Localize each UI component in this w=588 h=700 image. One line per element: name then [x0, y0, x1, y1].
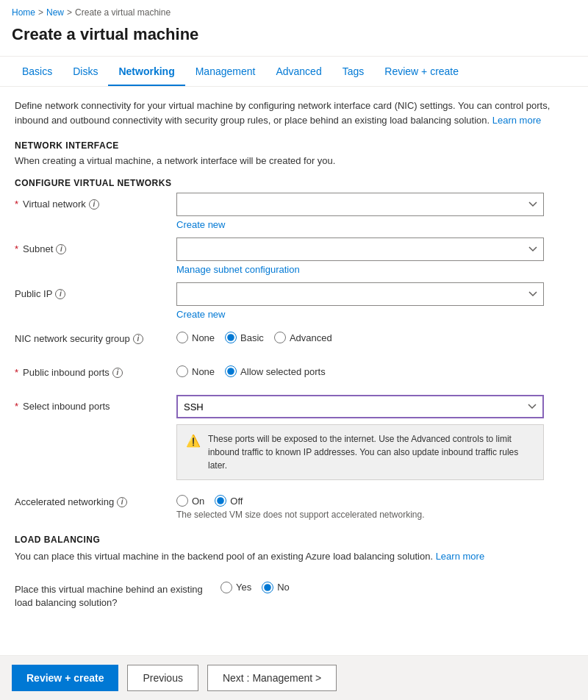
- next-button[interactable]: Next : Management >: [207, 665, 337, 691]
- select-inbound-ports-label: * Select inbound ports: [15, 395, 176, 412]
- public-inbound-allow-option[interactable]: Allow selected ports: [225, 365, 326, 377]
- virtual-network-dropdown[interactable]: [176, 193, 544, 216]
- accelerated-networking-row: Accelerated networking i On Off The sele…: [15, 490, 573, 520]
- public-inbound-ports-row: * Public inbound ports i None Allow sele…: [15, 361, 573, 388]
- accelerated-networking-radio-group: On Off: [176, 490, 425, 507]
- public-inbound-allow-label: Allow selected ports: [240, 366, 326, 377]
- place-behind-yes-label: Yes: [236, 582, 251, 593]
- nic-nsg-label: NIC network security group i: [15, 327, 176, 344]
- accelerated-on-radio[interactable]: [176, 495, 188, 507]
- public-inbound-required: *: [15, 367, 18, 378]
- tab-management[interactable]: Management: [185, 57, 266, 86]
- network-interface-desc: When creating a virtual machine, a netwo…: [15, 155, 573, 166]
- subnet-label: * Subnet i: [15, 238, 176, 254]
- tabs-row: Basics Disks Networking Management Advan…: [0, 57, 588, 87]
- inbound-warning-box: ⚠️ These ports will be exposed to the in…: [176, 424, 544, 480]
- accelerated-off-label: Off: [230, 496, 243, 507]
- nic-nsg-advanced-label: Advanced: [290, 332, 332, 343]
- virtual-network-create-link[interactable]: Create new: [176, 219, 573, 230]
- place-behind-no-label: No: [277, 582, 290, 593]
- breadcrumb-sep1: >: [38, 7, 43, 18]
- select-inbound-ports-dropdown[interactable]: SSH HTTP HTTPS RDP: [176, 395, 544, 418]
- public-inbound-ports-label: * Public inbound ports i: [15, 361, 176, 378]
- load-balancing-header: LOAD BALANCING: [15, 535, 573, 545]
- review-create-button[interactable]: Review + create: [12, 665, 118, 691]
- breadcrumb: Home > New > Create a virtual machine: [0, 0, 588, 22]
- virtual-network-row: * Virtual network i Create new: [15, 193, 573, 230]
- nic-nsg-none-option[interactable]: None: [176, 332, 215, 343]
- place-behind-lb-control: Yes No: [220, 577, 573, 593]
- breadcrumb-sep2: >: [67, 7, 72, 18]
- public-inbound-none-option[interactable]: None: [176, 365, 215, 377]
- virtual-network-control: Create new: [176, 193, 573, 230]
- nic-nsg-control: None Basic Advanced: [176, 327, 573, 343]
- accelerated-networking-controls: On Off The selected VM size does not sup…: [176, 490, 425, 520]
- nic-nsg-basic-label: Basic: [240, 332, 264, 343]
- accelerated-off-option[interactable]: Off: [215, 495, 243, 507]
- tab-networking[interactable]: Networking: [108, 57, 184, 86]
- place-behind-lb-label: Place this virtual machine behind an exi…: [15, 577, 220, 610]
- nic-nsg-none-label: None: [192, 332, 215, 343]
- public-inbound-allow-radio[interactable]: [225, 365, 237, 377]
- load-balancing-learn-more-link[interactable]: Learn more: [436, 551, 484, 562]
- subnet-dropdown[interactable]: [176, 238, 544, 261]
- accelerated-off-radio[interactable]: [215, 495, 226, 507]
- tab-disks[interactable]: Disks: [62, 57, 108, 86]
- previous-button[interactable]: Previous: [127, 665, 198, 691]
- accelerated-note: The selected VM size does not support ac…: [176, 507, 425, 520]
- nic-nsg-advanced-option[interactable]: Advanced: [274, 332, 332, 343]
- footer-bar: Review + create Previous Next : Manageme…: [0, 655, 588, 700]
- place-behind-no-option[interactable]: No: [262, 582, 290, 593]
- tab-tags[interactable]: Tags: [332, 57, 375, 86]
- public-ip-label: Public IP i: [15, 282, 176, 299]
- nic-nsg-advanced-radio[interactable]: [274, 332, 286, 343]
- network-interface-header: NETWORK INTERFACE: [15, 140, 573, 151]
- select-inbound-ports-row: * Select inbound ports SSH HTTP HTTPS RD…: [15, 395, 573, 480]
- breadcrumb-new[interactable]: New: [46, 7, 64, 18]
- nic-nsg-radio-group: None Basic Advanced: [176, 327, 573, 343]
- tab-basics[interactable]: Basics: [12, 57, 62, 86]
- subnet-info-icon[interactable]: i: [56, 244, 66, 254]
- breadcrumb-home[interactable]: Home: [12, 7, 35, 18]
- nic-nsg-info-icon[interactable]: i: [133, 334, 143, 344]
- accelerated-on-option[interactable]: On: [176, 495, 204, 507]
- public-ip-dropdown[interactable]: [176, 282, 544, 306]
- place-behind-yes-radio[interactable]: [220, 582, 232, 593]
- public-inbound-radio-group: None Allow selected ports: [176, 361, 573, 377]
- place-behind-no-radio[interactable]: [262, 582, 273, 593]
- public-inbound-none-label: None: [192, 366, 215, 377]
- page-title: Create a virtual machine: [0, 22, 588, 56]
- configure-vn-header: CONFIGURE VIRTUAL NETWORKS: [15, 178, 573, 188]
- nic-nsg-row: NIC network security group i None Basic: [15, 327, 573, 354]
- warning-icon: ⚠️: [186, 432, 201, 450]
- public-ip-info-icon[interactable]: i: [55, 289, 65, 299]
- accelerated-networking-info-icon[interactable]: i: [117, 497, 127, 507]
- nic-nsg-none-radio[interactable]: [176, 332, 188, 343]
- place-behind-lb-row: Place this virtual machine behind an exi…: [15, 577, 573, 610]
- place-behind-yes-option[interactable]: Yes: [220, 582, 251, 593]
- learn-more-networking-link[interactable]: Learn more: [492, 115, 541, 126]
- public-ip-create-link[interactable]: Create new: [176, 309, 573, 320]
- public-inbound-control: None Allow selected ports: [176, 361, 573, 377]
- nic-nsg-basic-option[interactable]: Basic: [225, 332, 264, 343]
- public-inbound-info-icon[interactable]: i: [112, 368, 123, 378]
- subnet-required: *: [15, 243, 18, 254]
- public-ip-control: Create new: [176, 282, 573, 320]
- tab-advanced[interactable]: Advanced: [265, 57, 331, 86]
- accelerated-on-label: On: [192, 496, 204, 507]
- tab-review-create[interactable]: Review + create: [374, 57, 469, 86]
- virtual-network-required: *: [15, 199, 18, 210]
- main-content: Define network connectivity for your vir…: [0, 87, 588, 655]
- accelerated-networking-label: Accelerated networking i: [15, 490, 176, 507]
- select-inbound-required: *: [15, 401, 18, 412]
- load-balancing-description: You can place this virtual machine in th…: [15, 549, 573, 564]
- virtual-network-label: * Virtual network i: [15, 193, 176, 210]
- nic-nsg-basic-radio[interactable]: [225, 332, 237, 343]
- breadcrumb-current: Create a virtual machine: [75, 7, 171, 18]
- subnet-manage-link[interactable]: Manage subnet configuration: [176, 264, 573, 275]
- public-inbound-none-radio[interactable]: [176, 365, 188, 377]
- place-behind-lb-radio-group: Yes No: [220, 577, 573, 593]
- warning-text: These ports will be exposed to the inter…: [208, 432, 534, 472]
- networking-description: Define network connectivity for your vir…: [15, 99, 573, 127]
- virtual-network-info-icon[interactable]: i: [89, 199, 99, 210]
